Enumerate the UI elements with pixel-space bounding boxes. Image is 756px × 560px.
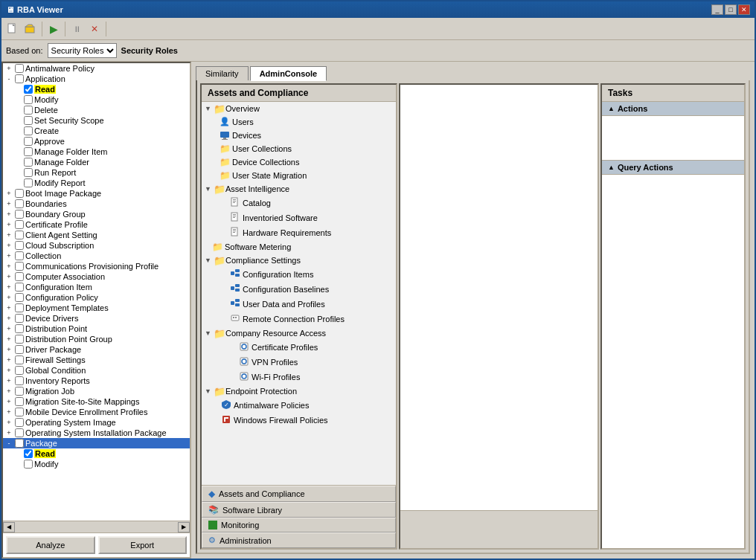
tree-item-configitem[interactable]: + Configuration Item bbox=[3, 282, 190, 292]
left-tree-scroll[interactable]: + Antimalware Policy - Application Read bbox=[3, 63, 190, 521]
check-app-delete[interactable] bbox=[24, 106, 33, 115]
check-driverpackage[interactable] bbox=[15, 345, 24, 354]
tree-item-pkg-modify[interactable]: Modify bbox=[3, 459, 190, 469]
expand-cloudsub[interactable]: + bbox=[4, 241, 13, 250]
nav-node-compliance-settings[interactable]: ▼ 📁 Compliance Settings bbox=[202, 254, 396, 267]
tree-item-application[interactable]: - Application bbox=[3, 74, 190, 84]
expand-package[interactable]: - bbox=[4, 439, 13, 448]
expand-commsprov[interactable]: + bbox=[4, 262, 13, 271]
nav-node-user-data-profiles[interactable]: User Data and Profiles bbox=[202, 297, 396, 312]
tree-item-osimage[interactable]: + Operating System Image bbox=[3, 417, 190, 428]
nav-node-configuration-items[interactable]: Configuration Items bbox=[202, 267, 396, 282]
expand-migrationsitesite[interactable]: + bbox=[4, 397, 13, 406]
close-button[interactable]: ✕ bbox=[738, 4, 750, 15]
tree-item-app-setsecurity[interactable]: Set Security Scope bbox=[3, 115, 190, 126]
tree-item-migrationsitesite[interactable]: + Migration Site-to-Site Mappings bbox=[3, 396, 190, 407]
nav-node-asset-intelligence[interactable]: ▼ 📁 Asset Intelligence bbox=[202, 182, 396, 196]
check-mobiledeviceenroll[interactable] bbox=[15, 408, 24, 416]
nav-node-overview[interactable]: ▼ 📁 Overview bbox=[202, 102, 396, 115]
check-clientagent[interactable] bbox=[15, 231, 24, 239]
expand-mobiledeviceenroll[interactable]: + bbox=[4, 408, 13, 416]
tree-item-app-runreport[interactable]: Run Report bbox=[3, 167, 190, 178]
toolbar-play-button[interactable]: ▶ bbox=[45, 21, 62, 37]
expand-boundaries[interactable]: + bbox=[4, 199, 13, 208]
tree-item-commsprov[interactable]: + Communications Provisioning Profile bbox=[3, 261, 190, 271]
nav-node-wifi-profiles[interactable]: Wi-Fi Profiles bbox=[202, 370, 396, 384]
nav-node-user-collections[interactable]: 📁 User Collections bbox=[202, 142, 396, 155]
tree-item-clientagent[interactable]: + Client Agent Setting bbox=[3, 230, 190, 240]
hscroll-right-btn[interactable]: ▶ bbox=[178, 522, 190, 532]
tree-item-driverpackage[interactable]: + Driver Package bbox=[3, 344, 190, 355]
check-pkg-read[interactable] bbox=[24, 449, 33, 458]
tree-item-app-managefolder[interactable]: Manage Folder bbox=[3, 157, 190, 167]
tree-item-app-read[interactable]: Read bbox=[3, 84, 190, 94]
expand-clientagent[interactable]: + bbox=[4, 231, 13, 239]
tasks-query-actions-section[interactable]: ▲ Query Actions bbox=[602, 161, 744, 175]
check-package[interactable] bbox=[15, 439, 24, 448]
expand-deploytemplates[interactable]: + bbox=[4, 303, 13, 312]
check-computerassoc[interactable] bbox=[15, 272, 24, 281]
check-commsprov[interactable] bbox=[15, 262, 24, 271]
toolbar-pause-button[interactable]: ⏸ bbox=[68, 21, 85, 37]
check-configpolicy[interactable] bbox=[15, 293, 24, 302]
nav-node-vpn-profiles[interactable]: VPN Profiles bbox=[202, 355, 396, 370]
nav-node-inventoried-software[interactable]: Inventoried Software bbox=[202, 210, 396, 225]
tab-similarity[interactable]: Similarity bbox=[196, 66, 249, 81]
tree-item-collection[interactable]: + Collection bbox=[3, 251, 190, 261]
check-inventoryreports[interactable] bbox=[15, 376, 24, 385]
expand-distpoint[interactable]: + bbox=[4, 324, 13, 333]
tree-item-boundaries[interactable]: + Boundaries bbox=[3, 199, 190, 209]
tree-item-inventoryreports[interactable]: + Inventory Reports bbox=[3, 376, 190, 386]
nav-node-software-metering[interactable]: 📁 Software Metering bbox=[202, 240, 396, 254]
expand-certprofile[interactable]: + bbox=[4, 220, 13, 229]
tree-item-distpointgroup[interactable]: + Distribution Point Group bbox=[3, 334, 190, 344]
tree-item-computerassoc[interactable]: + Computer Association bbox=[3, 271, 190, 282]
tree-item-devicedrivers[interactable]: + Device Drivers bbox=[3, 313, 190, 324]
based-on-dropdown[interactable]: Security Roles bbox=[48, 43, 117, 58]
expand-migrationjob[interactable]: + bbox=[4, 387, 13, 396]
tree-item-mobiledeviceenroll[interactable]: + Mobile Device Enrollment Profiles bbox=[3, 407, 190, 417]
toolbar-open-button[interactable] bbox=[22, 21, 39, 37]
tree-item-package[interactable]: - Package bbox=[3, 438, 190, 448]
check-app-setsecurity[interactable] bbox=[24, 116, 33, 125]
tree-item-certprofile[interactable]: + Certificate Profile bbox=[3, 219, 190, 230]
nav-node-catalog[interactable]: Catalog bbox=[202, 196, 396, 210]
nav-node-antimalware-policies[interactable]: ✓ Antimalware Policies bbox=[202, 398, 396, 413]
check-app-create[interactable] bbox=[24, 126, 33, 135]
tree-item-boundarygroup[interactable]: + Boundary Group bbox=[3, 209, 190, 219]
check-globalcondition[interactable] bbox=[15, 366, 24, 375]
nav-node-windows-firewall[interactable]: Windows Firewall Policies bbox=[202, 413, 396, 428]
check-distpointgroup[interactable] bbox=[15, 335, 24, 344]
expand-bootimage[interactable]: + bbox=[4, 189, 13, 198]
nav-node-company-resource[interactable]: ▼ 📁 Company Resource Access bbox=[202, 326, 396, 340]
check-configitem[interactable] bbox=[15, 283, 24, 292]
check-antimalware[interactable] bbox=[15, 64, 24, 73]
check-certprofile[interactable] bbox=[15, 220, 24, 229]
expand-driverpackage[interactable]: + bbox=[4, 345, 13, 354]
tree-item-antimalware[interactable]: + Antimalware Policy bbox=[3, 63, 190, 74]
tree-item-app-create[interactable]: Create bbox=[3, 126, 190, 136]
expand-globalcondition[interactable]: + bbox=[4, 366, 13, 375]
tree-item-app-modify[interactable]: Modify bbox=[3, 94, 190, 105]
check-collection[interactable] bbox=[15, 251, 24, 260]
check-app-modify[interactable] bbox=[24, 95, 33, 104]
check-app-runreport[interactable] bbox=[24, 168, 33, 177]
check-osinstall[interactable] bbox=[15, 428, 24, 437]
check-app-approve[interactable] bbox=[24, 137, 33, 146]
expand-computerassoc[interactable]: + bbox=[4, 272, 13, 281]
nav-btn-administration[interactable]: ⚙ Administration bbox=[202, 532, 396, 548]
nav-node-user-state-migration[interactable]: 📁 User State Migration bbox=[202, 169, 396, 182]
expand-firewallsettings[interactable]: + bbox=[4, 355, 13, 364]
expand-application[interactable]: - bbox=[4, 74, 13, 83]
expand-boundarygroup[interactable]: + bbox=[4, 210, 13, 219]
nav-btn-software-library[interactable]: 📚 Software Library bbox=[202, 502, 396, 518]
maximize-button[interactable]: □ bbox=[725, 4, 737, 15]
check-app-read[interactable] bbox=[24, 85, 33, 94]
check-deploytemplates[interactable] bbox=[15, 303, 24, 312]
check-distpoint[interactable] bbox=[15, 324, 24, 333]
hscroll-left-btn[interactable]: ◀ bbox=[3, 522, 15, 532]
nav-node-device-collections[interactable]: 📁 Device Collections bbox=[202, 155, 396, 169]
tree-item-distpoint[interactable]: + Distribution Point bbox=[3, 324, 190, 334]
tree-item-deploytemplates[interactable]: + Deployment Templates bbox=[3, 303, 190, 313]
tree-item-app-modifyreport[interactable]: Modify Report bbox=[3, 178, 190, 188]
